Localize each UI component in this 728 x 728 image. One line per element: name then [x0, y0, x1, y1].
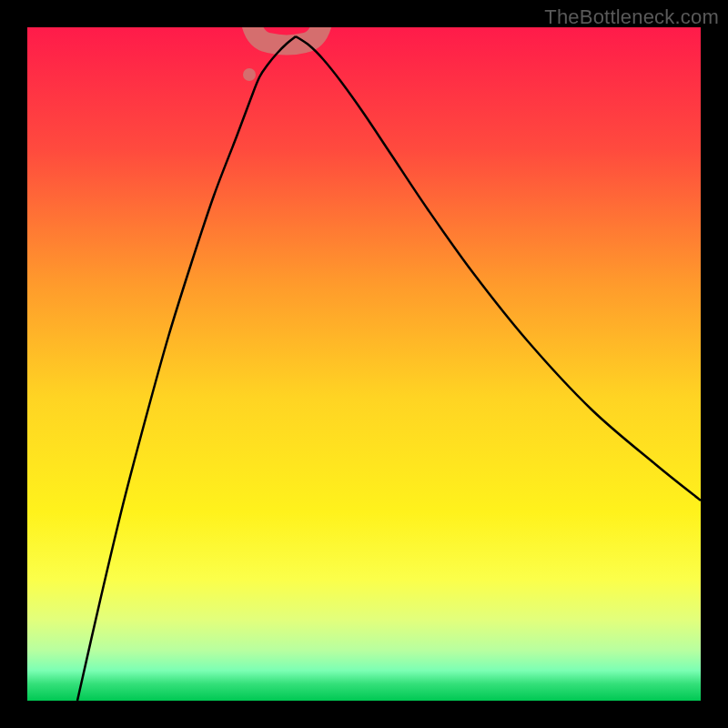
curve-left-branch: [77, 36, 296, 701]
watermark-text: TheBottleneck.com: [544, 5, 719, 29]
marker-dot: [243, 68, 256, 81]
bottleneck-curve: [27, 27, 701, 701]
curve-right-branch: [296, 36, 701, 500]
chart-frame: [27, 27, 701, 701]
